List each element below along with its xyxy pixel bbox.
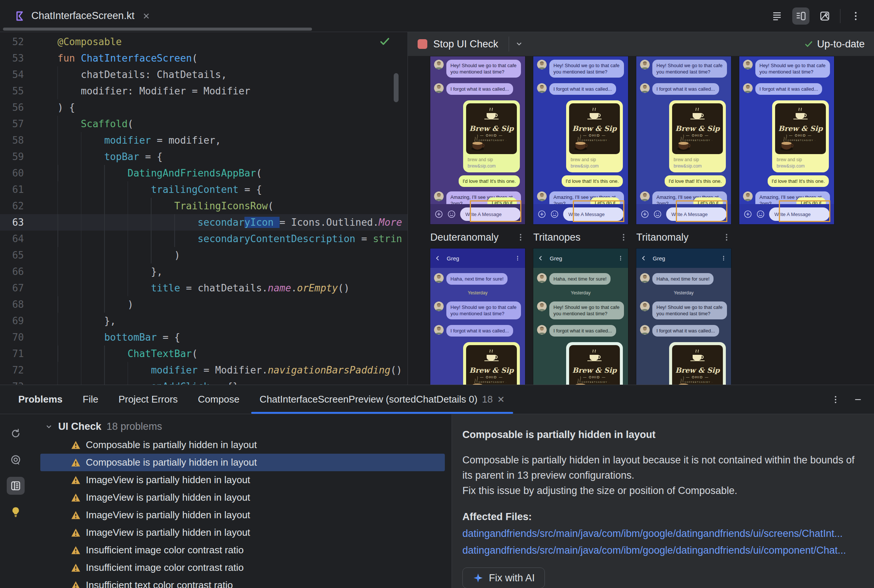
- warning-icon: [71, 528, 81, 538]
- tab-chatinterfacescreenpreview-sortedchatdetails-0[interactable]: ChatInterfaceScreenPreview (sortedChatDe…: [250, 385, 515, 414]
- avatar: [640, 191, 650, 201]
- preview-phone-row1[interactable]: Hey! Should we go to that cafe you menti…: [636, 56, 731, 224]
- problem-item[interactable]: ImageView is partially hidden in layout: [40, 471, 445, 489]
- preview-issues-button[interactable]: [7, 451, 25, 469]
- editor-horizontal-scrollbar[interactable]: [3, 28, 312, 31]
- chat-bubble-incoming: Haha, next time for sure!: [652, 273, 713, 285]
- chat-bubble-incoming: Hey! Should we go to that cafe you menti…: [652, 60, 727, 78]
- svg-text:· COFFEETCASIDY ·: · COFFEETCASIDY ·: [476, 139, 507, 141]
- avatar: [537, 191, 547, 201]
- problem-item[interactable]: Insufficient image color contrast ratio: [40, 559, 445, 576]
- code-line: 61trailingContent = {: [0, 182, 407, 198]
- kebab-menu-icon[interactable]: [721, 255, 727, 261]
- preview-phone-row2[interactable]: GregHaha, next time for sure!YesterdayHe…: [430, 249, 525, 385]
- preview-phone-row1[interactable]: Hey! Should we go to that cafe you menti…: [533, 56, 628, 224]
- chat-bubble-incoming: Hey! Should we go to that cafe you menti…: [446, 60, 521, 78]
- avatar: [640, 273, 650, 283]
- problem-text: Insufficient image color contrast ratio: [86, 562, 244, 573]
- inspection-ok-icon[interactable]: [379, 36, 390, 47]
- kebab-menu-icon[interactable]: [831, 395, 840, 404]
- preview-name: Tritanopes: [533, 232, 619, 243]
- avatar: [537, 273, 547, 283]
- tab-label: File: [83, 394, 99, 405]
- problem-text: ImageView is partially hidden in layout: [86, 474, 250, 486]
- kebab-menu-icon[interactable]: [515, 255, 521, 261]
- preview-name: Deuteranomaly: [430, 232, 516, 243]
- code-line: 62TrailingIconsRow(: [0, 198, 407, 214]
- close-tab-icon[interactable]: ✕: [497, 394, 505, 405]
- kebab-menu-icon[interactable]: [516, 233, 525, 242]
- lint-highlight-rect: [779, 200, 830, 222]
- toolbar-divider: [509, 37, 509, 51]
- line-number: 68: [0, 296, 57, 313]
- editor-vertical-scrollbar[interactable]: [394, 73, 399, 102]
- add-attachment-icon: [641, 210, 649, 218]
- line-number: 60: [0, 165, 57, 182]
- svg-text:Brew & Sip: Brew & Sip: [778, 124, 823, 132]
- chat-bubble-incoming: Hey! Should we go to that cafe you menti…: [549, 302, 624, 320]
- preview-phone-row1[interactable]: Hey! Should we go to that cafe you menti…: [739, 56, 834, 224]
- kebab-menu-icon[interactable]: [722, 233, 731, 242]
- split-view-button[interactable]: [792, 8, 809, 25]
- problem-item[interactable]: Composable is partially hidden in layout: [40, 436, 445, 454]
- avatar: [434, 273, 444, 283]
- card-url: brew&sip.com: [468, 164, 517, 169]
- code-line: 69},: [0, 313, 407, 329]
- code-line: 67title = chatDetails.name.orEmpty(): [0, 280, 407, 296]
- brew-and-sip-image: Brew & Sip— OHID —· COFFEETCASIDY ·: [775, 104, 826, 154]
- line-number: 66: [0, 263, 57, 280]
- split-view-icon: [795, 10, 806, 22]
- image-view-icon: [819, 10, 830, 22]
- code-editor[interactable]: 52@Composable53fun ChatInterfaceScreen(5…: [0, 32, 407, 385]
- warning-icon: [71, 440, 81, 450]
- problems-panel: ProblemsFileProject ErrorsComposeChatInt…: [0, 385, 874, 588]
- preview-phone-row2[interactable]: GregHaha, next time for sure!YesterdayHe…: [636, 249, 731, 385]
- tab-compose[interactable]: Compose: [188, 385, 249, 414]
- preview-label: Tritanopes: [533, 230, 628, 245]
- problem-item[interactable]: Composable is partially hidden in layout: [40, 454, 445, 471]
- problem-title: Composable is partially hidden in layout: [463, 429, 859, 441]
- contact-name: Greg: [447, 255, 459, 261]
- avatar: [434, 325, 444, 334]
- affected-file-link[interactable]: datingandfriends/src/main/java/com/ibm/g…: [463, 528, 859, 540]
- tab-label: Project Errors: [118, 394, 178, 405]
- code-line: 57Scaffold(: [0, 116, 407, 132]
- kebab-menu-icon[interactable]: [619, 233, 628, 242]
- problem-item[interactable]: ImageView is partially hidden in layout: [40, 506, 445, 524]
- warning-icon: [71, 476, 81, 485]
- editor-options-button[interactable]: [847, 8, 864, 25]
- svg-text:Brew & Sip: Brew & Sip: [675, 366, 720, 374]
- refresh-button[interactable]: [7, 424, 25, 442]
- avatar: [743, 60, 753, 69]
- quick-fix-button[interactable]: [7, 503, 25, 521]
- chevron-down-icon[interactable]: [515, 40, 523, 48]
- add-attachment-icon: [435, 210, 443, 218]
- minimize-icon[interactable]: [853, 395, 863, 404]
- design-view-button[interactable]: [816, 8, 833, 25]
- avatar: [743, 191, 753, 201]
- code-line: 60DatingAndFriendsAppBar(: [0, 165, 407, 182]
- stop-ui-check-button[interactable]: Stop UI Check: [417, 37, 523, 51]
- affected-files-label: Affected Files:: [463, 511, 859, 523]
- editor-tab[interactable]: ChatInterfaceScreen.kt: [11, 0, 155, 32]
- preview-phone-row2[interactable]: GregHaha, next time for sure!YesterdayHe…: [533, 249, 628, 385]
- problem-item[interactable]: Insufficient text color contrast ratio: [40, 576, 445, 588]
- emoji-icon: [757, 210, 765, 218]
- fix-with-ai-button[interactable]: Fix with AI: [463, 567, 545, 588]
- tab-file[interactable]: File: [73, 385, 109, 414]
- tab-project-errors[interactable]: Project Errors: [108, 385, 188, 414]
- details-view-button[interactable]: [7, 477, 25, 495]
- problem-item[interactable]: ImageView is partially hidden in layout: [40, 489, 445, 506]
- problem-detail-pane: Composable is partially hidden in layout…: [452, 414, 874, 588]
- preview-phone-row1[interactable]: Hey! Should we go to that cafe you menti…: [430, 56, 525, 224]
- affected-file-link[interactable]: datingandfriends/src/main/java/com/ibm/g…: [463, 545, 859, 556]
- code-view-button[interactable]: [768, 8, 785, 25]
- tab-problems[interactable]: Problems: [8, 385, 73, 414]
- preview-canvas[interactable]: Hey! Should we go to that cafe you menti…: [408, 56, 874, 385]
- problem-item[interactable]: Insufficient image color contrast ratio: [40, 542, 445, 559]
- problems-side-toolbar: [0, 414, 32, 588]
- kebab-menu-icon[interactable]: [618, 255, 623, 261]
- close-tab-icon[interactable]: [142, 12, 151, 21]
- problems-group-header[interactable]: UI Check 18 problems: [32, 414, 452, 436]
- problem-item[interactable]: ImageView is partially hidden in layout: [40, 524, 445, 542]
